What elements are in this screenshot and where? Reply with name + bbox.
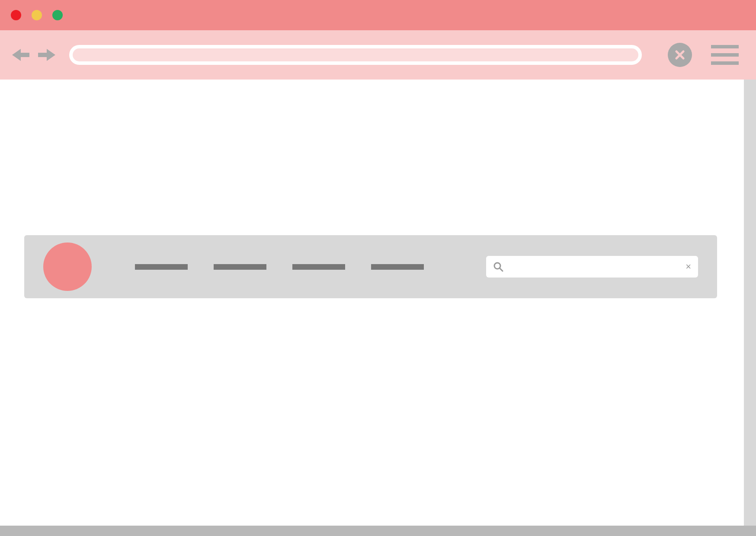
window-minimize-button[interactable] — [32, 10, 42, 20]
search-icon — [493, 262, 503, 272]
svg-marker-0 — [12, 49, 29, 61]
nav-link[interactable] — [292, 264, 345, 270]
stop-button[interactable] — [668, 43, 692, 67]
hamburger-icon — [711, 53, 739, 57]
menu-button[interactable] — [711, 45, 739, 65]
nav-link[interactable] — [214, 264, 266, 270]
svg-marker-1 — [38, 49, 55, 61]
window-close-button[interactable] — [11, 10, 21, 20]
forward-button[interactable] — [38, 48, 55, 62]
page-search: × — [486, 256, 698, 278]
back-button[interactable] — [12, 48, 29, 62]
svg-line-5 — [500, 268, 503, 271]
page-navbar: × — [24, 235, 717, 298]
window-maximize-button[interactable] — [52, 10, 63, 20]
search-clear-button[interactable]: × — [686, 262, 691, 271]
nav-links — [135, 264, 460, 270]
close-icon — [675, 50, 685, 60]
address-bar[interactable] — [69, 45, 642, 65]
hamburger-icon — [711, 61, 739, 65]
page-content: × — [0, 80, 756, 526]
nav-link[interactable] — [135, 264, 188, 270]
browser-toolbar — [0, 30, 756, 80]
window-title-bar — [0, 0, 756, 30]
scrollbar-track[interactable] — [744, 80, 756, 526]
site-logo[interactable] — [43, 242, 92, 291]
hamburger-icon — [711, 45, 739, 48]
status-bar — [0, 526, 756, 536]
search-input[interactable] — [508, 262, 681, 271]
nav-link[interactable] — [371, 264, 424, 270]
